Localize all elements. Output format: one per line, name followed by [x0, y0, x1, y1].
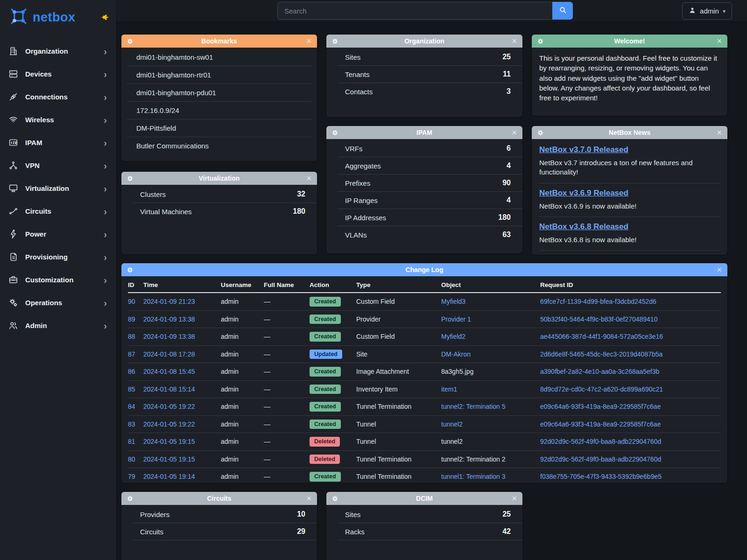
stat-label[interactable]: Circuits [140, 528, 163, 536]
search-input[interactable] [277, 2, 552, 20]
request-id-link[interactable]: 92d02d9c-562f-49f0-baa8-adb22904760d [540, 438, 661, 445]
sidebar-item-power[interactable]: Power› [0, 223, 116, 245]
object-link[interactable]: tunnel2: Termination 5 [441, 403, 506, 410]
sidebar-item-circuits[interactable]: Circuits› [0, 200, 116, 223]
close-icon[interactable]: × [512, 37, 517, 45]
request-id-link[interactable]: f038e755-705e-47f3-9433-5392b9e6b9e5 [540, 473, 662, 480]
change-time-link[interactable]: 2024-01-08 15:45 [143, 368, 195, 375]
change-time-link[interactable]: 2024-01-08 15:14 [143, 385, 195, 393]
change-id-link[interactable]: 79 [128, 473, 135, 480]
stat-label[interactable]: Providers [140, 511, 169, 518]
sidebar-item-label: Provisioning [25, 253, 97, 261]
stat-label[interactable]: Contacts [345, 88, 373, 96]
sidebar-item-virtualization[interactable]: Virtualization› [0, 177, 116, 200]
bookmark-item[interactable]: dmi01-binghamton-rtr01 [127, 66, 311, 84]
column-header: Action [310, 276, 356, 293]
object-link[interactable]: Myfield2 [441, 333, 465, 340]
request-id-link[interactable]: 2d6d6e8f-5465-45dc-8ec3-2019d4087b5a [540, 350, 662, 358]
stat-row: VRFs6 [338, 140, 522, 157]
change-id-link[interactable]: 89 [128, 315, 135, 323]
change-id-link[interactable]: 88 [128, 333, 135, 340]
sidebar-item-operations[interactable]: Operations› [0, 291, 116, 314]
close-icon[interactable]: × [512, 128, 517, 137]
change-id-link[interactable]: 81 [128, 438, 135, 445]
bookmark-item[interactable]: DM-Pittsfield [127, 119, 311, 137]
stat-label[interactable]: Sites [345, 53, 360, 61]
change-id-link[interactable]: 87 [128, 350, 135, 358]
bookmark-item[interactable]: Butler Communications [127, 137, 311, 154]
search-button[interactable] [552, 2, 573, 20]
request-id-link[interactable]: 8d9cd72e-cd0c-47c2-a620-dc899a690c21 [540, 385, 663, 393]
request-id-link[interactable]: e09c64a6-93f3-419a-8ea9-229585f7c6ae [540, 420, 661, 428]
request-id-link[interactable]: 92d02d9c-562f-49f0-baa8-adb22904760d [540, 455, 661, 463]
change-time-link[interactable]: 2024-01-05 19:15 [143, 455, 195, 463]
object-link[interactable]: Provider 1 [441, 315, 471, 323]
news-link[interactable]: NetBox v3.6.9 Released [539, 189, 628, 197]
close-icon[interactable]: × [717, 266, 722, 274]
stat-value: 180 [498, 213, 511, 222]
object-link[interactable]: Myfield3 [441, 298, 465, 305]
sidebar-item-customization[interactable]: Customization› [0, 268, 116, 291]
stat-label[interactable]: Aggregates [345, 162, 381, 170]
close-icon[interactable]: × [306, 37, 311, 45]
stat-label[interactable]: VLANs [345, 231, 367, 239]
bookmark-item[interactable]: dmi01-binghamton-pdu01 [127, 84, 311, 102]
change-id-link[interactable]: 80 [128, 455, 135, 463]
change-id-link[interactable]: 90 [128, 298, 135, 305]
sidebar-item-ipam[interactable]: IPAM› [0, 131, 116, 154]
sidebar-item-vpn[interactable]: VPN› [0, 154, 116, 177]
change-time-link[interactable]: 2024-01-09 13:38 [143, 315, 195, 323]
stat-label[interactable]: IP Addresses [345, 214, 386, 222]
news-description: NetBox v3.6.9 is now available! [539, 202, 720, 211]
close-icon[interactable]: × [717, 128, 722, 137]
stat-label[interactable]: IP Ranges [345, 196, 378, 204]
bookmark-item[interactable]: 172.16.0.9/24 [127, 102, 311, 119]
bookmark-item[interactable]: dmi01-binghamton-sw01 [127, 49, 311, 66]
sidebar-item-devices[interactable]: Devices› [0, 63, 116, 85]
close-icon[interactable]: × [306, 174, 311, 182]
close-icon[interactable]: × [306, 494, 311, 503]
sidebar-item-organization[interactable]: Organization› [0, 40, 116, 63]
brand[interactable]: netbox [0, 0, 116, 34]
change-id-link[interactable]: 83 [128, 420, 135, 428]
change-time-link[interactable]: 2024-01-05 19:22 [143, 420, 195, 428]
object-link[interactable]: tunnel2 [441, 420, 463, 428]
news-link[interactable]: NetBox v3.6.8 Released [539, 222, 628, 231]
request-id-link[interactable]: 69fce7cf-1139-4d99-bfea-f3dcbd2452d6 [540, 298, 656, 305]
user-menu-button[interactable]: admin ▾ [682, 2, 732, 20]
change-time-link[interactable]: 2024-01-05 19:15 [143, 438, 195, 445]
sidebar-item-admin[interactable]: Admin› [0, 314, 116, 337]
change-id-link[interactable]: 84 [128, 403, 135, 410]
sidebar-item-connections[interactable]: Connections› [0, 85, 116, 108]
object-link[interactable]: item1 [441, 385, 457, 393]
change-time-link[interactable]: 2024-01-05 19:22 [143, 403, 195, 410]
username-cell: admin [221, 380, 264, 398]
request-id-link[interactable]: 50b32f40-5464-4f9c-b83f-0ef270489410 [540, 315, 657, 323]
stat-label[interactable]: VRFs [345, 145, 363, 153]
stat-label[interactable]: Sites [345, 511, 360, 518]
sidebar-item-wireless[interactable]: Wireless› [0, 108, 116, 131]
close-icon[interactable]: × [717, 37, 722, 45]
type-cell: Custom Field [356, 328, 441, 346]
change-time-link[interactable]: 2024-01-09 13:38 [143, 333, 195, 340]
stat-label[interactable]: Racks [345, 528, 365, 536]
request-id-link[interactable]: ae445066-387d-44f1-9084-572a05ce3e16 [540, 333, 663, 340]
sidebar-item-provisioning[interactable]: Provisioning› [0, 245, 116, 268]
object-text: tunnel2 [441, 438, 463, 445]
change-time-link[interactable]: 2024-01-09 21:23 [143, 298, 195, 305]
stat-label[interactable]: Clusters [140, 190, 166, 198]
news-link[interactable]: NetBox v3.7.0 Released [539, 145, 628, 154]
object-link[interactable]: DM-Akron [441, 350, 471, 358]
object-link[interactable]: tunnel1: Termination 3 [441, 473, 506, 480]
stat-label[interactable]: Tenants [345, 70, 370, 78]
pin-sidebar-icon[interactable] [100, 13, 109, 21]
change-id-link[interactable]: 85 [128, 385, 135, 393]
close-icon[interactable]: × [512, 494, 517, 503]
stat-label[interactable]: Virtual Machines [140, 208, 192, 216]
change-id-link[interactable]: 86 [128, 368, 135, 375]
request-id-link[interactable]: a390fbef-2a82-4e10-aa0a-3c268aa5ef3b [540, 368, 659, 375]
stat-label[interactable]: Prefixes [345, 179, 370, 187]
change-time-link[interactable]: 2024-01-05 19:14 [143, 473, 195, 480]
change-time-link[interactable]: 2024-01-08 17:28 [143, 350, 195, 358]
request-id-link[interactable]: e09c64a6-93f3-419a-8ea9-229585f7c6ae [540, 403, 661, 410]
